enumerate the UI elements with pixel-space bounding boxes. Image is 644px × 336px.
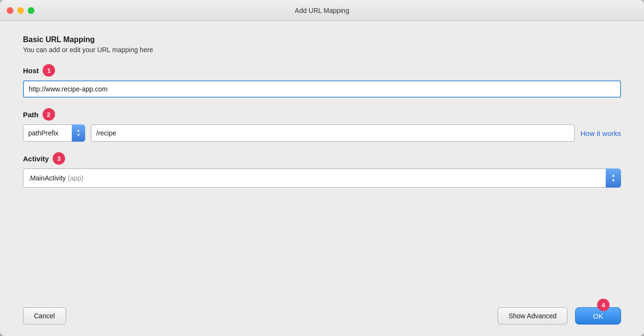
button-row: Cancel Show Advanced 4 OK (23, 300, 621, 325)
section-title: Basic URL Mapping (23, 35, 621, 44)
host-input[interactable] (23, 80, 621, 98)
step-badge-4: 4 (597, 299, 610, 311)
activity-field-group: Activity 3 .MainActivity (app) (23, 152, 621, 188)
path-field-group: Path 2 pathPrefix literal pathPattern Ho… (23, 108, 621, 142)
dialog-title: Add URL Mapping (295, 7, 349, 14)
activity-label: Activity (23, 155, 49, 163)
dialog-window: Add URL Mapping Basic URL Mapping You ca… (0, 0, 644, 336)
step-badge-3: 3 (53, 152, 65, 165)
how-it-works-link[interactable]: How it works (580, 129, 621, 137)
maximize-button[interactable] (28, 7, 34, 14)
activity-main-text: .MainActivity (28, 174, 66, 182)
minimize-button[interactable] (17, 7, 24, 14)
ok-button-wrapper: 4 OK (575, 307, 621, 325)
activity-select-wrapper: .MainActivity (app) (23, 168, 621, 188)
ok-button[interactable]: OK (575, 307, 621, 325)
cancel-button[interactable]: Cancel (23, 307, 66, 325)
host-field-group: Host 1 (23, 64, 621, 98)
activity-display[interactable]: .MainActivity (app) (23, 168, 621, 188)
path-row: pathPrefix literal pathPattern How it wo… (23, 124, 621, 142)
section-subtitle: You can add or edit your URL mapping her… (23, 46, 621, 54)
step-badge-2: 2 (43, 108, 55, 121)
window-controls (7, 7, 34, 14)
show-advanced-button[interactable]: Show Advanced (498, 307, 567, 325)
title-bar: Add URL Mapping (0, 0, 644, 21)
path-type-select[interactable]: pathPrefix literal pathPattern (23, 124, 85, 142)
step-badge-1: 1 (43, 64, 55, 77)
right-buttons: Show Advanced 4 OK (498, 307, 621, 325)
activity-hint-text: (app) (68, 174, 84, 182)
dialog-content: Basic URL Mapping You can add or edit yo… (0, 21, 644, 336)
activity-label-row: Activity 3 (23, 152, 621, 165)
path-type-wrapper: pathPrefix literal pathPattern (23, 124, 85, 142)
host-label: Host (23, 67, 39, 75)
path-label-row: Path 2 (23, 108, 621, 121)
host-label-row: Host 1 (23, 64, 621, 77)
path-input[interactable] (91, 124, 575, 142)
path-label: Path (23, 111, 39, 119)
close-button[interactable] (7, 7, 13, 14)
